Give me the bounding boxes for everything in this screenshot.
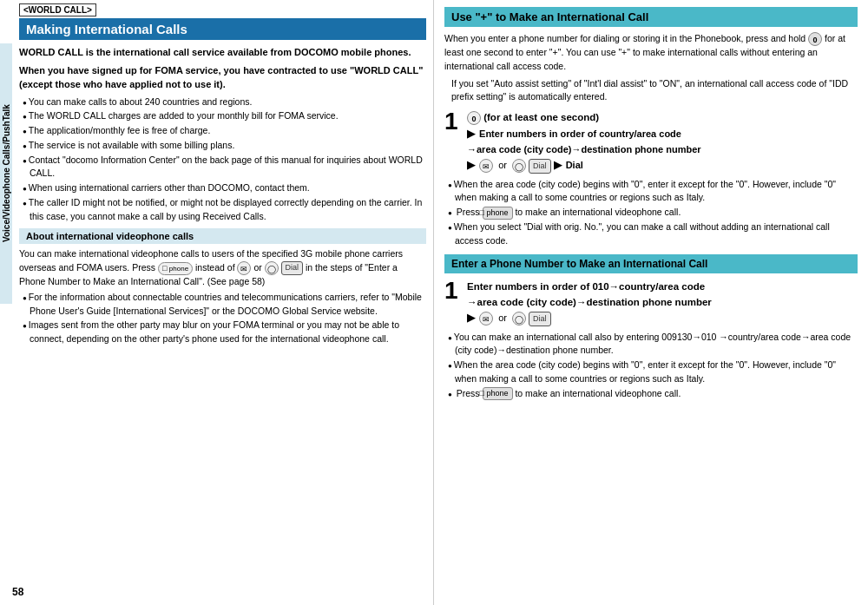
about-bullet-1: For the information about connectable co… — [19, 291, 426, 319]
step1-content: 0 (for at least one second) ▶ Enter numb… — [467, 109, 858, 174]
step1-bullet-2: Press □ phone to make an international v… — [444, 206, 858, 220]
about-text: You can make international videophone ca… — [19, 247, 426, 289]
bullet-7: The caller ID might not be notified, or … — [19, 196, 426, 224]
use-plus-intro-text: When you enter a phone number for dialin… — [444, 32, 858, 74]
about-title: About international videophone calls — [19, 228, 426, 244]
zero-button: 0 — [808, 32, 822, 46]
left-content: <WORLD CALL> Making International Calls … — [12, 0, 433, 605]
about-bullet-2: Images sent from the other party may blu… — [19, 319, 426, 346]
send-btn-step1: ✉ — [479, 159, 493, 173]
send-btn-about: ✉ — [237, 261, 251, 275]
world-call-tag: <WORLD CALL> — [19, 3, 96, 16]
step1-number: 1 — [444, 109, 462, 134]
step1-bullet-1: When the area code (city code) begins wi… — [444, 178, 858, 206]
step1r-bullet-1: You can make an international call also … — [444, 331, 858, 358]
send-btn-step1r: ✉ — [479, 312, 493, 326]
left-panel: Voice/Videophone Calls/PushTalk <WORLD C… — [0, 0, 434, 605]
intro-bold2: When you have signed up for FOMA service… — [19, 63, 426, 92]
intro-bold1: WORLD CALL is the international call ser… — [19, 45, 426, 60]
step1-line4: ▶ ✉ or ◯ Dial ▶ Dial — [467, 157, 858, 174]
page-number: 58 — [12, 586, 23, 598]
about-text-3: or — [253, 262, 264, 273]
bullet-1: You can make calls to about 240 countrie… — [19, 95, 426, 109]
bullet-2: The WORLD CALL charges are added to your… — [19, 109, 426, 123]
phone-img-btn-r: □ phone — [483, 387, 513, 401]
bullet-3: The application/monthly fee is free of c… — [19, 124, 426, 138]
bullet-4: The service is not available with some b… — [19, 139, 426, 153]
step1r-bullet-2: When the area code (city code) begins wi… — [444, 358, 858, 386]
phone-img-btn: □ phone — [483, 207, 513, 220]
step1-right-number: 1 — [444, 279, 462, 303]
main-title: Making International Calls — [19, 18, 426, 40]
step1-right-line1: Enter numbers in order of 010→country/ar… — [467, 279, 858, 294]
step1-line1: 0 (for at least one second) — [467, 109, 858, 125]
step1-right-line3: ▶ ✉ or ◯ Dial — [467, 310, 858, 326]
circle-btn-about: ◯ — [265, 261, 279, 275]
circle-btn-step1r: ◯ — [512, 312, 526, 326]
zero-hold-btn: 0 — [467, 111, 481, 125]
circle-btn-step1: ◯ — [512, 159, 526, 173]
step1-use-plus: 1 0 (for at least one second) ▶ Enter nu… — [444, 109, 858, 174]
step1-enter-phone: 1 Enter numbers in order of 010→country/… — [444, 279, 858, 327]
step1-line2: ▶ Enter numbers in order of country/area… — [467, 126, 858, 142]
use-plus-note: If you set "Auto assist setting" of "Int… — [451, 77, 858, 105]
dial-btn-step1: Dial — [529, 159, 551, 173]
bullet-5: Contact "docomo Information Center" on t… — [19, 154, 426, 181]
sidebar-label: Voice/Videophone Calls/PushTalk — [0, 43, 12, 304]
about-text-2: instead of — [195, 262, 237, 273]
right-panel: Use "+" to Make an International Call Wh… — [434, 0, 868, 605]
phone-button-about: □ phone — [158, 262, 193, 275]
dial-btn-step1r: Dial — [529, 312, 551, 326]
bullet-6: When using international carriers other … — [19, 181, 426, 195]
step1-right-line2: →area code (city code)→destination phone… — [467, 294, 858, 310]
step1r-bullet-3: Press □ phone to make an international v… — [444, 387, 858, 401]
step1-line3: →area code (city code)→destination phone… — [467, 142, 858, 158]
dial-btn-about: Dial — [281, 261, 304, 275]
step1-bullet-3: When you select "Dial with orig. No.", y… — [444, 220, 858, 248]
enter-phone-title: Enter a Phone Number to Make an Internat… — [444, 254, 858, 273]
use-plus-intro: When you enter a phone number for dialin… — [444, 33, 806, 43]
use-plus-title: Use "+" to Make an International Call — [444, 7, 858, 27]
step1-right-content: Enter numbers in order of 010→country/ar… — [467, 279, 858, 327]
